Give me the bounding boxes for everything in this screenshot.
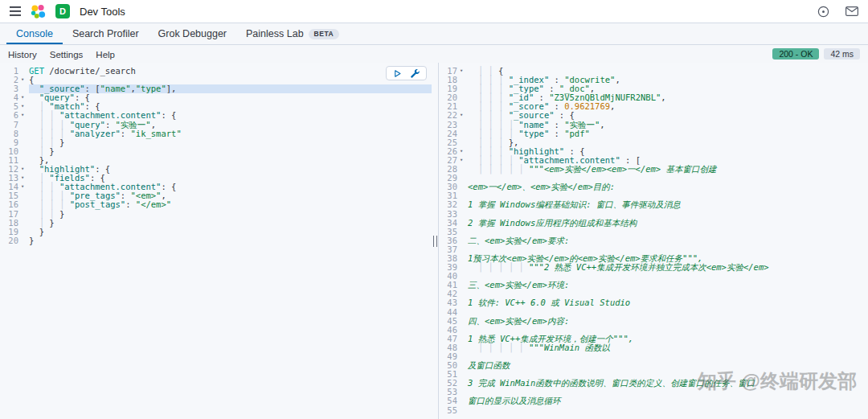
fold-spacer — [460, 388, 468, 396]
fold-spacer — [460, 174, 468, 183]
mail-icon[interactable] — [845, 6, 858, 16]
fold-spacer — [460, 219, 468, 228]
console-menu: HistorySettingsHelp 200 - OK 42 ms — [0, 45, 868, 63]
response-code-line[interactable]: 342 掌握 Windows应用程序的组成和基本结构 — [439, 219, 868, 228]
response-code-line[interactable]: 321 掌握 Windows编程基础知识: 窗口、事件驱动及消息 — [439, 200, 868, 209]
fold-spacer — [460, 165, 468, 174]
fold-spacer — [460, 272, 468, 281]
wrench-icon — [410, 68, 420, 78]
menu-help[interactable]: Help — [96, 50, 115, 60]
tab-painless-lab[interactable]: Painless LabBETA — [236, 23, 349, 44]
space-badge[interactable]: D — [55, 4, 70, 18]
response-code-line[interactable]: 523 完成 WinMain函数中的函数说明、窗口类的定义、创建窗口的任务、窗口 — [439, 379, 868, 388]
fold-spacer — [460, 102, 468, 111]
fold-toggle-icon[interactable]: ▾ — [21, 93, 29, 102]
line-number: 17 — [0, 210, 21, 219]
code-text: <em>一</em>、<em>实验</em>目的: — [468, 183, 615, 191]
request-code-line[interactable]: 9 │ │ } — [0, 138, 432, 147]
tab-label: Console — [16, 28, 53, 39]
line-number: 33 — [439, 210, 460, 219]
fold-toggle-icon[interactable]: ▾ — [21, 183, 29, 191]
hamburger-icon — [10, 6, 21, 16]
line-number: 7 — [0, 121, 21, 129]
request-code-line[interactable]: 20} — [0, 236, 432, 245]
fold-toggle-icon[interactable]: ▾ — [21, 174, 29, 183]
fold-spacer — [460, 76, 468, 84]
response-code-line[interactable]: 36二、<em>实验</em>要求: — [439, 236, 868, 245]
pane-resize-handle[interactable] — [432, 63, 438, 419]
line-number: 22 — [439, 111, 460, 120]
fold-spacer — [21, 129, 29, 138]
response-badges: 200 - OK 42 ms — [772, 48, 860, 60]
fold-spacer — [460, 317, 468, 326]
fold-spacer — [460, 290, 468, 298]
fold-toggle-icon[interactable]: ▾ — [460, 67, 468, 76]
fold-toggle-icon[interactable]: ▾ — [21, 76, 29, 84]
code-text: 二、<em>实验</em>要求: — [468, 236, 569, 245]
response-editor[interactable]: 17▾ │ │ {18 │ │ │ "_index" : "docwrite",… — [438, 63, 868, 419]
help-icon[interactable] — [817, 6, 829, 18]
send-request-button[interactable] — [393, 69, 402, 78]
request-options-button[interactable] — [410, 68, 420, 78]
tab-label: Search Profiler — [72, 28, 139, 39]
menu-settings[interactable]: Settings — [50, 50, 84, 60]
fold-spacer — [460, 361, 468, 370]
response-code-line[interactable]: 30<em>一</em>、<em>实验</em>目的: — [439, 183, 868, 191]
fold-toggle-icon[interactable]: ▾ — [460, 156, 468, 165]
response-code-line[interactable]: 41三、<em>实验</em>环境: — [439, 281, 868, 290]
code-text: │ │ │ │ │ """WinMain 函数以 — [468, 343, 610, 352]
play-icon — [393, 69, 402, 78]
fold-toggle-icon[interactable]: ▾ — [21, 102, 29, 111]
menu-icon[interactable] — [10, 6, 21, 16]
request-code-line[interactable]: 16 │ │ │ "post_tags": "</em>" — [0, 200, 432, 209]
code-text: 1 掌握 Windows编程基础知识: 窗口、事件驱动及消息 — [468, 200, 681, 209]
line-number: 54 — [439, 396, 460, 405]
fold-spacer — [460, 343, 468, 352]
response-code-line[interactable]: 28 │ │ │ │ │ """<em>实验</em><em>一</em> 基本… — [439, 165, 868, 174]
request-code-line[interactable]: 19 } — [0, 228, 432, 236]
fold-spacer — [21, 156, 29, 165]
response-code-line[interactable]: 431 软件: VC++ 6.0 或 Visual Studio — [439, 298, 868, 307]
tab-grok-debugger[interactable]: Grok Debugger — [149, 23, 236, 44]
response-code-line[interactable]: 55 — [439, 406, 868, 415]
response-code-line[interactable]: 54窗口的显示以及消息循环 — [439, 396, 868, 405]
tab-console[interactable]: Console — [6, 23, 63, 44]
fold-spacer — [21, 210, 29, 219]
resize-grip-icon — [433, 236, 437, 247]
fold-toggle-icon[interactable]: ▾ — [460, 147, 468, 156]
response-code-line[interactable]: 48 │ │ │ │ │ """WinMain 函数以 — [439, 343, 868, 352]
response-code-line[interactable]: 45四、<em>实验</em>内容: — [439, 317, 868, 326]
code-text: 窗口的显示以及消息循环 — [468, 396, 561, 405]
fold-toggle-icon[interactable]: ▾ — [21, 165, 29, 174]
fold-spacer — [460, 84, 468, 93]
topbar-right-icons — [817, 6, 858, 18]
fold-spacer — [21, 228, 29, 236]
request-code-line[interactable]: 18 │ } — [0, 219, 432, 228]
tab-search-profiler[interactable]: Search Profiler — [63, 23, 149, 44]
request-actions — [386, 66, 427, 80]
request-editor[interactable]: 1GET /docwrite/_search2▾{3 "_source": ["… — [0, 63, 432, 419]
code-text: 3 完成 WinMain函数中的函数说明、窗口类的定义、创建窗口的任务、窗口 — [468, 379, 755, 388]
code-text: │ │ │ │ │ """<em>实验</em><em>一</em> 基本窗口创… — [468, 165, 717, 174]
line-number: 23 — [439, 121, 460, 129]
response-code-line[interactable]: 39 │ │ │ │ │ """2 熟悉 VC++集成开发环境并独立完成本次<e… — [439, 263, 868, 272]
fold-toggle-icon[interactable]: ▾ — [21, 111, 29, 120]
line-number: 32 — [439, 200, 460, 209]
help-circle-icon — [817, 6, 829, 18]
request-code-line[interactable]: 10 │ } — [0, 147, 432, 156]
fold-spacer — [21, 121, 29, 129]
line-number: 20 — [0, 236, 21, 245]
line-number: 43 — [439, 298, 460, 307]
line-number: 55 — [439, 406, 460, 415]
request-code-line[interactable]: 17 │ │ } — [0, 210, 432, 219]
elastic-logo[interactable] — [31, 4, 46, 19]
top-bar: D Dev Tools — [0, 0, 868, 23]
tab-label: Painless Lab — [246, 28, 304, 39]
menu-history[interactable]: History — [8, 50, 37, 60]
request-code-line[interactable]: 8 │ │ │ "analyzer": "ik_smart" — [0, 129, 432, 138]
response-code-line[interactable]: 50及窗口函数 — [439, 361, 868, 370]
fold-toggle-icon[interactable]: ▾ — [460, 111, 468, 120]
console-menu-links: HistorySettingsHelp — [8, 47, 128, 61]
request-code-line[interactable]: 1GET /docwrite/_search — [0, 67, 432, 76]
line-number: 16 — [0, 200, 21, 209]
